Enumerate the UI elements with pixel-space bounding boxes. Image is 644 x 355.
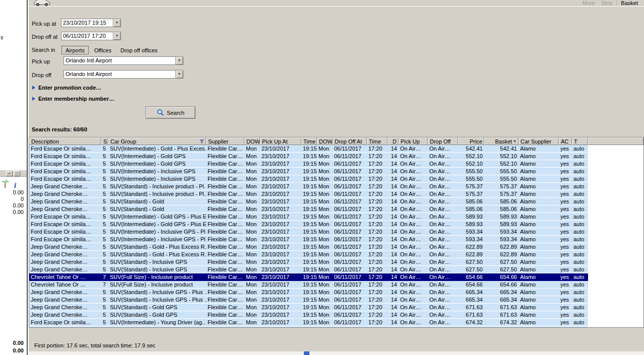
column-header-time[interactable]: Time (367, 137, 388, 145)
dropoff-location-select[interactable]: Orlando Intl Airport ▼ (63, 70, 183, 79)
column-header-t[interactable]: T (572, 137, 588, 145)
promotion-code-expander[interactable]: Enter promotion code… (32, 85, 101, 91)
basket-button[interactable]: Basket (618, 0, 641, 6)
result-row[interactable]: Ford Escape Or simila…5SUV(Intermediate)… (29, 213, 588, 221)
cell: 593.34 (484, 236, 519, 243)
result-row[interactable]: Jeep Grand Cheroke…5SUV(Standard) - Incl… (29, 296, 588, 304)
cell: 19:15 (301, 266, 317, 273)
cell: Flexible Car… (206, 319, 244, 326)
pickup-at-datetime[interactable]: 23/10/2017 19:15 ▼ (61, 19, 121, 27)
search-timing-text: First portion: 17.6 sec, total search ti… (34, 342, 155, 348)
cell: 06/11/2017 (333, 258, 367, 265)
column-header-drop-off[interactable]: Drop Off (428, 137, 458, 145)
cell: SUV(Intermediate) - Gold GPS - Plus E… (108, 213, 206, 220)
dropoff-at-datetime[interactable]: 06/11/2017 17:20 ▼ (61, 32, 121, 40)
result-row[interactable]: Jeep Grand Cheroke…5SUV(Standard) - Gold… (29, 198, 588, 205)
column-header-label: Supplier (208, 138, 228, 145)
chevron-down-icon[interactable]: ▼ (113, 19, 120, 27)
result-row[interactable]: Jeep Grand Cheroke…5SUV(Standard) - Incl… (29, 266, 588, 273)
result-row[interactable]: Jeep Grand Cheroke…5SUV(Standard) - Gold… (29, 304, 588, 311)
search-button[interactable]: Search (146, 106, 196, 119)
result-row[interactable]: Ford Escape Or simila…5SUV(Intermediate)… (29, 236, 588, 243)
column-header-pick-up[interactable]: Pick Up (399, 137, 428, 145)
search-in-option-offices[interactable]: Offices (91, 46, 115, 54)
cell: Mon (317, 243, 333, 250)
cell: Alamo (519, 160, 559, 167)
filter-icon[interactable] (200, 138, 204, 145)
search-in-option-airports[interactable]: Airports (61, 46, 89, 54)
result-row-selected[interactable]: Chevrolet Tahoe Or …7SUV(Full Size) - In… (29, 273, 588, 281)
result-row[interactable]: Ford Escape Or simila…5SUV(Intermediate)… (29, 221, 588, 228)
cell: 23/10/2017 (260, 190, 301, 197)
more-button[interactable]: More (579, 0, 598, 6)
cell: yes (559, 213, 572, 220)
column-header-ac[interactable]: AC (559, 137, 572, 145)
cell: 5 (101, 258, 108, 265)
cell: 14 (388, 145, 399, 152)
cell: 14 (388, 213, 399, 220)
result-row[interactable]: Jeep Grand Cheroke…5SUV(Standard) - Incl… (29, 190, 588, 198)
cell: Alamo (519, 213, 559, 220)
cell: 555.50 (484, 168, 519, 175)
result-row[interactable]: Chevrolet Tahoe Or …7SUV(Full Size) - In… (29, 281, 588, 289)
cell: 593.34 (458, 236, 484, 243)
result-row[interactable]: Jeep Grand Cheroke…5SUV(Standard) - Gold… (29, 243, 588, 251)
result-row[interactable]: Jeep Grand Cheroke…5SUV(Standard) - Gold… (29, 251, 588, 258)
cell: On Air… (428, 266, 458, 273)
minimize-icon[interactable]: ─ (6, 171, 13, 176)
column-header-car-group[interactable]: Car Group (108, 137, 206, 145)
search-in-option-drop-off-offices[interactable]: Drop off offices (117, 46, 161, 54)
cell: 17:20 (367, 145, 388, 152)
column-header-time[interactable]: Time (301, 137, 317, 145)
column-header-dow[interactable]: DOW (317, 137, 333, 145)
result-row[interactable]: Jeep Grand Cheroke…5SUV(Standard) - Gold… (29, 205, 588, 213)
chevron-down-icon[interactable]: ▼ (175, 70, 183, 78)
column-header-price[interactable]: Price (458, 137, 484, 145)
column-header-description[interactable]: Description (29, 137, 101, 145)
column-header-label: Time (369, 138, 381, 145)
chevron-down-icon[interactable]: ▼ (113, 32, 120, 40)
cell: Mon (244, 221, 260, 228)
cell: Flexible Car… (206, 190, 244, 197)
cell: 19:15 (301, 304, 317, 311)
cell: 17:20 (367, 183, 388, 190)
result-row[interactable]: Jeep Grand Cheroke…5SUV(Standard) - Incl… (29, 258, 588, 266)
column-header-pick-up-at[interactable]: Pick Up At (260, 137, 301, 145)
cell: 622.89 (458, 251, 484, 258)
result-row[interactable]: Ford Escape Or simila…5SUV(Intermediate)… (29, 175, 588, 183)
result-row[interactable]: Ford Escape Or simila…5SUV(Intermediate)… (29, 145, 588, 153)
cell: 06/11/2017 (333, 175, 367, 182)
column-header-supplier[interactable]: Supplier (206, 137, 244, 145)
result-row[interactable]: Jeep Grand Cheroke…5SUV(Standard) - Incl… (29, 183, 588, 190)
info-icon[interactable]: i (14, 181, 16, 189)
stop-button[interactable]: Stop (598, 0, 616, 6)
cell: Ford Escape Or simila… (29, 168, 101, 175)
result-row[interactable]: Ford Escape Or simila…5SUV(Intermediate)… (29, 319, 588, 326)
column-header-label: Drop Off (430, 138, 450, 145)
column-header-basket[interactable]: Basket▼ (484, 137, 519, 145)
column-header-s[interactable]: S (101, 137, 108, 145)
cell: 5 (101, 243, 108, 250)
column-header-d[interactable]: D (388, 137, 399, 145)
cell: 575.37 (484, 183, 519, 190)
result-row[interactable]: Jeep Grand Cheroke…5SUV(Standard) - Incl… (29, 289, 588, 296)
result-row[interactable]: Ford Escape Or simila…5SUV(Intermediate)… (29, 168, 588, 175)
result-row[interactable]: Jeep Grand Cheroke…5SUV(Standard) - Gold… (29, 311, 588, 319)
cell: 17:20 (367, 228, 388, 235)
horizontal-scrollbar[interactable] (29, 351, 644, 355)
column-header-drop-off-at[interactable]: Drop Off At (333, 137, 367, 145)
cell: 555.50 (458, 168, 484, 175)
column-header-dow[interactable]: DOW (244, 137, 260, 145)
result-row[interactable]: Ford Escape Or simila…5SUV(Intermediate)… (29, 153, 588, 160)
cell: Mon (317, 251, 333, 258)
pickup-location-select[interactable]: Orlando Intl Airport ▼ (63, 56, 183, 65)
restore-icon[interactable]: □ (14, 171, 20, 176)
chevron-down-icon[interactable]: ▼ (175, 57, 183, 64)
result-row[interactable]: Ford Escape Or simila…5SUV(Intermediate)… (29, 228, 588, 236)
result-row[interactable]: Ford Escape Or simila…5SUV(Intermediate)… (29, 160, 588, 168)
palm-tree-icon[interactable] (2, 179, 9, 189)
cell: Flexible Car… (206, 304, 244, 311)
membership-number-expander[interactable]: Enter membership number… (32, 96, 114, 102)
column-header-car-supplier[interactable]: Car Supplier (519, 137, 559, 145)
scrollbar-thumb[interactable] (304, 351, 309, 355)
